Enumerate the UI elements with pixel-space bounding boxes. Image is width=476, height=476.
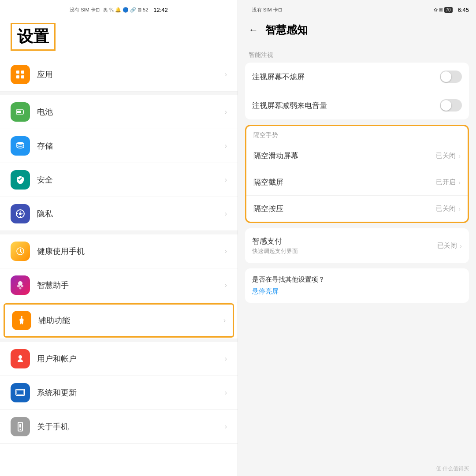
svg-rect-2 bbox=[16, 75, 19, 78]
battery-icon bbox=[11, 102, 30, 122]
settings-item-privacy[interactable]: 隐私 › bbox=[0, 197, 238, 231]
svg-point-16 bbox=[19, 355, 22, 359]
battery-label: 电池 bbox=[37, 107, 225, 117]
about-label: 关于手机 bbox=[37, 421, 225, 432]
suggestion-link[interactable]: 悬停亮屏 bbox=[252, 287, 462, 296]
svg-point-9 bbox=[19, 212, 22, 215]
air-screenshot-label: 隔空截屏 bbox=[253, 177, 436, 187]
accounts-icon bbox=[11, 349, 30, 368]
screen-volume-knob bbox=[441, 100, 451, 111]
card-item-air-scroll[interactable]: 隔空滑动屏幕 已关闭 › bbox=[246, 143, 468, 169]
system-arrow: › bbox=[225, 389, 227, 397]
card-item-air-press[interactable]: 隔空按压 已关闭 › bbox=[246, 196, 468, 222]
apps-icon bbox=[11, 65, 30, 84]
svg-rect-0 bbox=[16, 71, 19, 74]
svg-rect-19 bbox=[19, 395, 22, 396]
security-label: 安全 bbox=[37, 175, 225, 185]
privacy-label: 隐私 bbox=[37, 208, 225, 219]
payment-text-group: 智感支付 快速调起支付界面 bbox=[252, 236, 437, 255]
accessibility-arrow: › bbox=[223, 316, 226, 324]
status-icons-right: ✿ ⊠ 70 bbox=[434, 7, 453, 13]
air-scroll-value: 已关闭 bbox=[436, 152, 456, 160]
svg-point-21 bbox=[20, 429, 21, 430]
page-title-area: 设置 bbox=[0, 19, 238, 58]
settings-item-about[interactable]: 关于手机 › bbox=[0, 410, 238, 444]
assistant-arrow: › bbox=[225, 281, 227, 289]
settings-item-apps[interactable]: 应用 › bbox=[0, 58, 238, 92]
right-panel: 没有 SIM 卡⊡ ✿ ⊠ 70 6:45 ← 智慧感知 智能注视 注视屏幕不熄… bbox=[238, 0, 476, 476]
svg-point-12 bbox=[17, 285, 20, 287]
air-scroll-label: 隔空滑动屏幕 bbox=[253, 151, 436, 161]
air-gesture-card: 隔空手势 隔空滑动屏幕 已关闭 › 隔空截屏 已开启 › 隔空按压 已关闭 › bbox=[245, 125, 469, 223]
air-press-value: 已关闭 bbox=[436, 205, 456, 213]
payment-sublabel: 快速调起支付界面 bbox=[252, 247, 437, 255]
settings-item-assistant[interactable]: 智慧助手 › bbox=[0, 268, 238, 302]
privacy-arrow: › bbox=[225, 210, 227, 218]
assistant-label: 智慧助手 bbox=[37, 280, 225, 290]
section-label-smart-watch: 智能注视 bbox=[245, 44, 469, 63]
accounts-arrow: › bbox=[225, 355, 227, 363]
svg-rect-5 bbox=[23, 111, 24, 113]
screen-volume-toggle[interactable] bbox=[440, 99, 462, 112]
air-screenshot-value: 已开启 bbox=[436, 178, 456, 186]
right-page-title: 智慧感知 bbox=[265, 23, 308, 37]
security-arrow: › bbox=[225, 176, 227, 184]
health-label: 健康使用手机 bbox=[37, 246, 225, 257]
page-title: 设置 bbox=[11, 23, 56, 51]
card-item-payment[interactable]: 智感支付 快速调起支付界面 已关闭 › bbox=[245, 228, 469, 263]
accounts-label: 用户和帐户 bbox=[37, 353, 225, 364]
settings-item-health[interactable]: 健康使用手机 › bbox=[0, 234, 238, 268]
status-icons-left: 奥 ⁰⁄ₛ 🔔 🔵 🔗 ⊠ 52 bbox=[103, 7, 148, 13]
status-text-right: 没有 SIM 卡⊡ bbox=[245, 7, 282, 13]
suggestion-card: 是否在寻找其他设置项？ 悬停亮屏 bbox=[245, 268, 469, 303]
divider-3 bbox=[0, 338, 238, 342]
status-bar-left: 没有 SIM 卡⊡ 奥 ⁰⁄ₛ 🔔 🔵 🔗 ⊠ 52 12:42 bbox=[0, 0, 238, 19]
apps-label: 应用 bbox=[37, 69, 225, 80]
settings-list: 应用 › 电池 › 存储 › 安全 › bbox=[0, 58, 238, 476]
screen-volume-label: 注视屏幕减弱来电音量 bbox=[252, 100, 440, 111]
payment-arrow: › bbox=[460, 242, 462, 249]
settings-item-system[interactable]: 系统和更新 › bbox=[0, 376, 238, 410]
system-icon bbox=[11, 383, 30, 402]
left-panel: 没有 SIM 卡⊡ 奥 ⁰⁄ₛ 🔔 🔵 🔗 ⊠ 52 12:42 设置 应用 ›… bbox=[0, 0, 238, 476]
settings-item-accounts[interactable]: 用户和帐户 › bbox=[0, 342, 238, 376]
storage-label: 存储 bbox=[37, 141, 225, 151]
storage-arrow: › bbox=[225, 142, 227, 150]
screen-on-toggle[interactable] bbox=[440, 71, 462, 83]
svg-point-14 bbox=[19, 287, 22, 290]
svg-rect-1 bbox=[21, 71, 24, 74]
svg-rect-6 bbox=[17, 111, 21, 113]
accessibility-icon bbox=[12, 311, 31, 330]
accessibility-label: 辅助功能 bbox=[38, 315, 223, 326]
suggestion-question: 是否在寻找其他设置项？ bbox=[252, 275, 462, 284]
svg-point-7 bbox=[17, 142, 24, 145]
status-bar-right: 没有 SIM 卡⊡ ✿ ⊠ 70 6:45 bbox=[238, 0, 476, 19]
smart-payment-card: 智感支付 快速调起支付界面 已关闭 › bbox=[245, 228, 469, 263]
system-label: 系统和更新 bbox=[37, 387, 225, 398]
about-arrow: › bbox=[225, 423, 227, 431]
status-text-left: 没有 SIM 卡⊡ bbox=[70, 7, 100, 13]
screen-on-toggle-container bbox=[440, 71, 462, 83]
divider-2 bbox=[0, 231, 238, 234]
card-item-screen-volume[interactable]: 注视屏幕减弱来电音量 bbox=[245, 91, 469, 119]
time-right: 6:45 bbox=[458, 7, 469, 13]
air-press-arrow: › bbox=[458, 205, 461, 212]
screen-on-label: 注视屏幕不熄屏 bbox=[252, 72, 440, 82]
back-button[interactable]: ← bbox=[249, 24, 258, 36]
air-scroll-arrow: › bbox=[458, 152, 461, 160]
card-item-screen-on[interactable]: 注视屏幕不熄屏 bbox=[245, 63, 469, 91]
svg-point-15 bbox=[21, 316, 22, 318]
settings-item-accessibility[interactable]: 辅助功能 › bbox=[4, 303, 234, 338]
divider-1 bbox=[0, 92, 238, 95]
privacy-icon bbox=[11, 204, 30, 223]
payment-label: 智感支付 bbox=[252, 236, 437, 246]
settings-item-security[interactable]: 安全 › bbox=[0, 163, 238, 197]
svg-rect-18 bbox=[17, 390, 24, 394]
security-icon bbox=[11, 170, 30, 190]
health-icon bbox=[11, 242, 30, 261]
settings-item-battery[interactable]: 电池 › bbox=[0, 95, 238, 129]
svg-point-13 bbox=[21, 285, 23, 287]
settings-item-storage[interactable]: 存储 › bbox=[0, 129, 238, 163]
smart-watch-card: 注视屏幕不熄屏 注视屏幕减弱来电音量 bbox=[245, 63, 469, 119]
card-item-air-screenshot[interactable]: 隔空截屏 已开启 › bbox=[246, 169, 468, 196]
